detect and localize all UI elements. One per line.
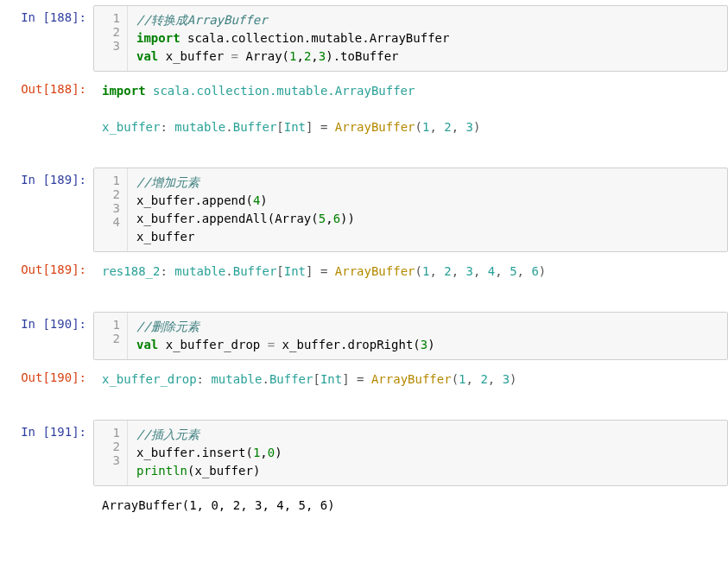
line-number: 1 — [101, 426, 120, 440]
output-prompt: Out[189]: — [0, 257, 93, 282]
line-gutter: 12 — [94, 313, 128, 359]
code-lines[interactable]: //增加元素x_buffer.append(4)x_buffer.appendA… — [128, 168, 364, 251]
stdout-cell: ArrayBuffer(1, 0, 2, 3, 4, 5, 6) — [0, 491, 728, 520]
code-block[interactable]: 123//转换成ArrayBufferimport scala.collecti… — [93, 5, 728, 72]
line-gutter: 123 — [94, 6, 128, 71]
input-prompt: In [190]: — [0, 312, 93, 336]
line-number: 3 — [101, 39, 120, 53]
output-block: res188_2: mutable.Buffer[Int] = ArrayBuf… — [93, 257, 728, 286]
line-number: 3 — [101, 453, 120, 467]
cell-gap — [0, 291, 728, 307]
output-block: import scala.collection.mutable.ArrayBuf… — [93, 77, 728, 142]
output-cell: Out[189]:res188_2: mutable.Buffer[Int] =… — [0, 257, 728, 286]
line-number: 2 — [101, 187, 120, 201]
input-cell: In [189]:1234//增加元素x_buffer.append(4)x_b… — [0, 168, 728, 252]
input-prompt: In [189]: — [0, 168, 93, 192]
cell-gap — [0, 399, 728, 415]
code-line: //增加元素 — [136, 174, 355, 192]
code-line: val x_buffer = Array(1,2,3).toBuffer — [136, 47, 449, 66]
input-cell: In [191]:123//插入元素x_buffer.insert(1,0)pr… — [0, 420, 728, 486]
output-cell: Out[188]:import scala.collection.mutable… — [0, 77, 728, 142]
line-number: 1 — [101, 318, 120, 332]
output-prompt: Out[188]: — [0, 77, 93, 101]
code-line: x_buffer — [136, 228, 355, 246]
line-number: 4 — [101, 215, 120, 229]
output-block: x_buffer_drop: mutable.Buffer[Int] = Arr… — [93, 365, 728, 394]
code-line: x_buffer.insert(1,0) — [136, 444, 282, 462]
line-gutter: 1234 — [94, 168, 128, 251]
cell-gap — [0, 147, 728, 162]
code-lines[interactable]: //转换成ArrayBufferimport scala.collection.… — [128, 6, 458, 71]
line-number: 2 — [101, 332, 120, 345]
code-lines[interactable]: //删除元素val x_buffer_drop = x_buffer.dropR… — [128, 313, 444, 359]
code-line: import scala.collection.mutable.ArrayBuf… — [136, 29, 449, 47]
input-cell: In [188]:123//转换成ArrayBufferimport scala… — [0, 5, 728, 72]
code-line: x_buffer.appendAll(Array(5,6)) — [136, 210, 355, 228]
stdout-block: ArrayBuffer(1, 0, 2, 3, 4, 5, 6) — [93, 491, 728, 520]
code-line: //插入元素 — [136, 426, 282, 444]
code-lines[interactable]: //插入元素x_buffer.insert(1,0)println(x_buff… — [128, 421, 291, 485]
line-number: 2 — [101, 440, 120, 453]
code-line: println(x_buffer) — [136, 462, 282, 480]
input-prompt — [0, 491, 93, 502]
input-cell: In [190]:12//删除元素val x_buffer_drop = x_b… — [0, 312, 728, 360]
code-block[interactable]: 1234//增加元素x_buffer.append(4)x_buffer.app… — [93, 168, 728, 252]
code-block[interactable]: 12//删除元素val x_buffer_drop = x_buffer.dro… — [93, 312, 728, 360]
input-prompt: In [191]: — [0, 420, 93, 444]
notebook: In [188]:123//转换成ArrayBufferimport scala… — [0, 5, 728, 520]
code-line: //删除元素 — [136, 318, 435, 336]
output-prompt: Out[190]: — [0, 365, 93, 389]
line-number: 1 — [101, 11, 120, 25]
input-prompt: In [188]: — [0, 5, 93, 29]
code-line: //转换成ArrayBuffer — [136, 11, 449, 29]
code-line: val x_buffer_drop = x_buffer.dropRight(3… — [136, 336, 435, 354]
line-number: 2 — [101, 25, 120, 39]
code-line: x_buffer.append(4) — [136, 192, 355, 210]
code-block[interactable]: 123//插入元素x_buffer.insert(1,0)println(x_b… — [93, 420, 728, 486]
output-cell: Out[190]:x_buffer_drop: mutable.Buffer[I… — [0, 365, 728, 394]
line-number: 1 — [101, 174, 120, 187]
line-gutter: 123 — [94, 421, 128, 485]
line-number: 3 — [101, 201, 120, 215]
